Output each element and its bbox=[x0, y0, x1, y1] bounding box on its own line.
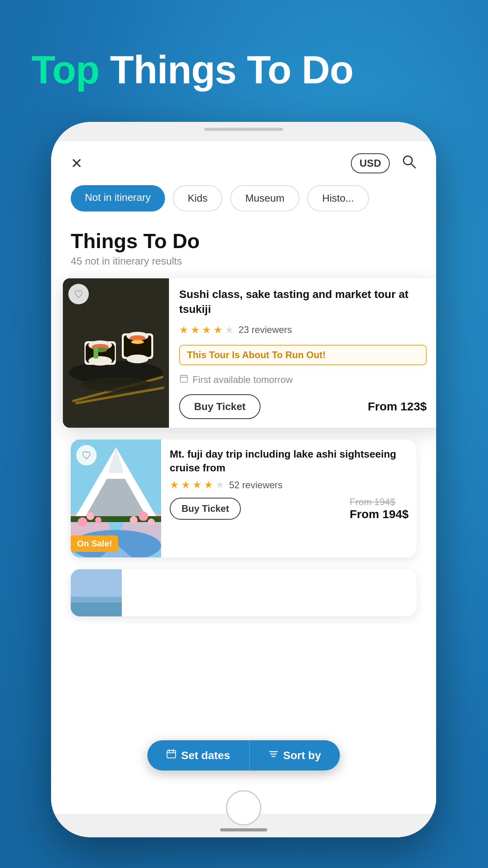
card2-sale-price: From 194$ bbox=[350, 508, 409, 521]
phone-mockup: ✕ USD Not in itinerary Ki bbox=[51, 122, 436, 837]
bottom-action-bar: Set dates Sort by bbox=[147, 740, 340, 771]
card2-original-price: From 194$ bbox=[350, 497, 409, 508]
favorite-button-card1[interactable] bbox=[68, 284, 89, 304]
svg-point-15 bbox=[130, 335, 145, 341]
svg-rect-11 bbox=[94, 348, 98, 359]
svg-point-35 bbox=[78, 517, 87, 527]
nav-right-group: USD bbox=[351, 153, 416, 173]
filter-chip-museum[interactable]: Museum bbox=[230, 185, 299, 211]
sort-by-label: Sort by bbox=[283, 749, 321, 762]
alert-badge: This Tour Is About To Run Out! bbox=[179, 345, 427, 365]
star-2: ★ bbox=[191, 324, 200, 336]
svg-point-38 bbox=[130, 516, 138, 524]
section-title: Things To Do bbox=[71, 229, 416, 253]
c2-star-4: ★ bbox=[204, 479, 213, 491]
home-indicator bbox=[220, 828, 267, 831]
nav-bar: ✕ USD bbox=[51, 142, 436, 185]
card-image-wrap bbox=[63, 278, 169, 428]
c2-star-2: ★ bbox=[181, 479, 190, 491]
page-title: Top Things To Do bbox=[31, 47, 353, 92]
title-normal: Things To Do bbox=[99, 48, 353, 92]
filter-chip-not-in-itinerary[interactable]: Not in itinerary bbox=[71, 185, 165, 211]
filter-chip-kids[interactable]: Kids bbox=[173, 185, 223, 211]
card2-content: Mt. fuji day trip including lake ashi si… bbox=[161, 440, 416, 557]
card2-bottom: Buy Ticket From 194$ From 194$ bbox=[170, 497, 409, 521]
availability-row: First available tomorrow bbox=[179, 374, 427, 386]
card1-price: From 123$ bbox=[368, 400, 427, 413]
svg-point-16 bbox=[131, 340, 144, 344]
svg-point-10 bbox=[88, 356, 112, 366]
card1-stars-row: ★ ★ ★ ★ ★ 23 reviewers bbox=[179, 324, 427, 336]
set-dates-button[interactable]: Set dates bbox=[147, 740, 250, 771]
c2-star-5: ★ bbox=[215, 479, 224, 491]
card-featured: Sushi class, sake tasting and market tou… bbox=[63, 278, 436, 428]
card2-title: Mt. fuji day trip including lake ashi si… bbox=[170, 447, 409, 475]
card1-reviewers: 23 reviewers bbox=[238, 324, 292, 335]
section-heading: Things To Do 45 not in itinerary results bbox=[51, 221, 436, 270]
star-1: ★ bbox=[179, 324, 188, 336]
svg-point-17 bbox=[127, 355, 149, 363]
card1-bottom-row: Buy Ticket From 123$ bbox=[179, 394, 427, 419]
buy-ticket-button-card1[interactable]: Buy Ticket bbox=[179, 394, 261, 419]
set-dates-label: Set dates bbox=[181, 749, 230, 762]
phone-screen: ✕ USD Not in itinerary Ki bbox=[51, 142, 436, 814]
svg-point-20 bbox=[81, 377, 151, 392]
screen-content: ✕ USD Not in itinerary Ki bbox=[51, 142, 436, 814]
filter-icon bbox=[268, 749, 279, 762]
sort-by-button[interactable]: Sort by bbox=[250, 740, 340, 771]
card2-stars-row: ★ ★ ★ ★ ★ 52 reviewers bbox=[170, 479, 409, 491]
card2-price-group: From 194$ From 194$ bbox=[350, 497, 409, 521]
svg-rect-21 bbox=[180, 375, 187, 382]
svg-point-40 bbox=[148, 519, 155, 526]
card1-title: Sushi class, sake tasting and market tou… bbox=[179, 287, 427, 317]
close-button[interactable]: ✕ bbox=[71, 155, 83, 172]
section-subtitle: 45 not in itinerary results bbox=[71, 255, 416, 267]
svg-rect-44 bbox=[167, 750, 176, 758]
card-regular-2: On Sale! Mt. fuji day trip including lak… bbox=[71, 440, 416, 557]
availability-text: First available tomorrow bbox=[193, 374, 293, 385]
svg-line-1 bbox=[411, 164, 415, 168]
svg-point-39 bbox=[139, 511, 148, 521]
title-highlight: Top bbox=[31, 48, 99, 92]
calendar-icon bbox=[179, 374, 189, 386]
card3-image-partial bbox=[71, 569, 122, 616]
c2-star-1: ★ bbox=[170, 479, 179, 491]
search-icon[interactable] bbox=[402, 154, 416, 173]
star-5-empty: ★ bbox=[225, 324, 234, 336]
favorite-button-card2[interactable] bbox=[76, 445, 97, 465]
filter-chips-row: Not in itinerary Kids Museum Histo... bbox=[51, 185, 436, 221]
star-4: ★ bbox=[213, 324, 222, 336]
fuji-image: On Sale! bbox=[71, 440, 161, 557]
currency-selector[interactable]: USD bbox=[351, 153, 390, 173]
filter-chip-history[interactable]: Histo... bbox=[307, 185, 369, 211]
svg-point-36 bbox=[86, 512, 94, 520]
buy-ticket-button-card2[interactable]: Buy Ticket bbox=[170, 498, 241, 520]
card2-reviewers: 52 reviewers bbox=[229, 480, 283, 491]
home-button-circle[interactable] bbox=[226, 790, 261, 826]
svg-rect-43 bbox=[71, 603, 122, 616]
cards-area: Sushi class, sake tasting and market tou… bbox=[51, 270, 436, 624]
phone-notch bbox=[204, 128, 283, 131]
svg-point-37 bbox=[95, 517, 101, 523]
card1-content: Sushi class, sake tasting and market tou… bbox=[169, 278, 435, 428]
calendar-bottom-icon bbox=[166, 749, 176, 762]
c2-star-3: ★ bbox=[193, 479, 202, 491]
card-partial-3 bbox=[71, 569, 416, 616]
on-sale-badge: On Sale! bbox=[71, 535, 118, 552]
star-3: ★ bbox=[202, 324, 211, 336]
